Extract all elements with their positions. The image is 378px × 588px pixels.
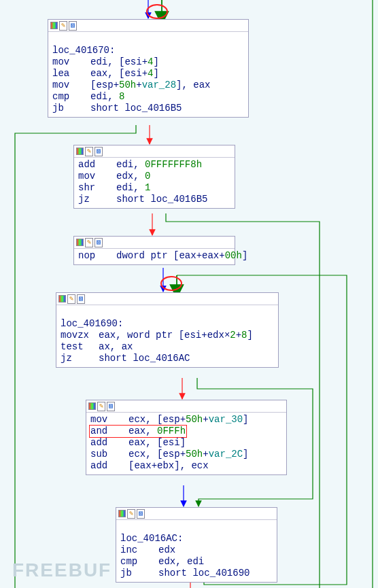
node-header: ▮ ✎ ▧ <box>48 20 248 32</box>
instruction-row: shredi, 1 <box>78 182 230 194</box>
annotation-circle-top <box>146 4 168 19</box>
block-label: loc_401670: <box>52 33 244 56</box>
basic-block-node[interactable]: ▮ ✎ ▧ addedi, 0FFFFFFF8hmovedx, 0shredi,… <box>73 145 235 209</box>
pencil-icon: ✎ <box>127 509 135 519</box>
node-header: ▮ ✎ ▧ <box>116 508 277 520</box>
pencil-icon: ✎ <box>97 402 105 411</box>
instruction-row: addeax, [esi] <box>90 437 282 449</box>
basic-block-node[interactable]: ▮ ✎ ▧ loc_4016AC:incedxcmpedx, edijbshor… <box>116 507 277 583</box>
instruction-row: jbshort loc_4016B5 <box>52 103 244 114</box>
instruction-row: jzshort loc_4016AC <box>61 353 274 364</box>
window-icon: ▧ <box>94 238 103 247</box>
watermark: FREEBUF <box>12 559 111 581</box>
basic-block-node[interactable]: ▮ ✎ ▧ loc_401670:movedi, [esi+4]leaeax, … <box>48 19 249 118</box>
instruction-row: jzshort loc_4016B5 <box>78 194 230 205</box>
instruction-row: movedx, 0 <box>78 171 230 182</box>
instruction-row: movzxeax, word ptr [esi+edx×2+8] <box>61 330 274 341</box>
window-icon: ▧ <box>107 402 115 411</box>
instruction-row: testax, ax <box>61 341 274 353</box>
basic-block-node[interactable]: ▮ ✎ ▧ loc_401690:movzxeax, word ptr [esi… <box>56 292 279 368</box>
palette-icon: ▮ <box>118 510 126 517</box>
instruction-row: subecx, [esp+50h+var_2C] <box>90 449 282 460</box>
palette-icon: ▮ <box>76 239 84 246</box>
instruction-row: cmpedi, 8 <box>52 91 244 103</box>
instruction-row: movedi, [esi+4] <box>52 56 244 68</box>
window-icon: ▧ <box>137 509 145 519</box>
node-body: nopdword ptr [eax+eax+00h] <box>74 249 235 264</box>
instruction-row: cmpedx, edi <box>120 556 273 568</box>
node-body: addedi, 0FFFFFFF8hmovedx, 0shredi, 1jzsh… <box>74 158 235 208</box>
node-body: movecx, [esp+50h+var_30]andeax, 0FFFhadd… <box>86 413 286 474</box>
palette-icon: ▮ <box>76 148 84 155</box>
node-header: ▮ ✎ ▧ <box>74 145 235 158</box>
palette-icon: ▮ <box>50 22 58 29</box>
window-icon: ▧ <box>69 21 77 31</box>
pencil-icon: ✎ <box>85 147 93 156</box>
window-icon: ▧ <box>77 294 85 304</box>
block-label: loc_4016AC: <box>120 521 273 544</box>
node-header: ▮ ✎ ▧ <box>74 237 235 249</box>
block-label: loc_401690: <box>61 307 274 330</box>
basic-block-node[interactable]: ▮ ✎ ▧ movecx, [esp+50h+var_30]andeax, 0F… <box>86 400 287 475</box>
node-header: ▮ ✎ ▧ <box>56 293 278 305</box>
instruction-row: addedi, 0FFFFFFF8h <box>78 159 230 171</box>
basic-block-node[interactable]: ▮ ✎ ▧ nopdword ptr [eax+eax+00h] <box>73 236 235 265</box>
palette-icon: ▮ <box>88 402 96 410</box>
instruction-row: andeax, 0FFFh <box>90 426 282 437</box>
instruction-row: add[eax+ebx], ecx <box>90 460 282 472</box>
instruction-row: jbshort loc_401690 <box>120 568 273 579</box>
node-body: loc_401690:movzxeax, word ptr [esi+edx×2… <box>56 305 278 367</box>
node-body: loc_4016AC:incedxcmpedx, edijbshort loc_… <box>116 520 277 582</box>
instruction-row: incedx <box>120 544 273 556</box>
node-body: loc_401670:movedi, [esi+4]leaeax, [esi+4… <box>48 32 248 117</box>
annotation-circle-loop <box>160 276 182 291</box>
instruction-row: movecx, [esp+50h+var_30] <box>90 414 282 426</box>
pencil-icon: ✎ <box>85 238 93 247</box>
window-icon: ▧ <box>94 147 103 156</box>
instruction-row: nopdword ptr [eax+eax+00h] <box>78 250 230 262</box>
pencil-icon: ✎ <box>67 294 75 304</box>
instruction-row: mov[esp+50h+var_28], eax <box>52 80 244 91</box>
palette-icon: ▮ <box>58 295 66 302</box>
node-header: ▮ ✎ ▧ <box>86 400 286 413</box>
instruction-row: leaeax, [esi+4] <box>52 68 244 80</box>
pencil-icon: ✎ <box>59 21 67 31</box>
